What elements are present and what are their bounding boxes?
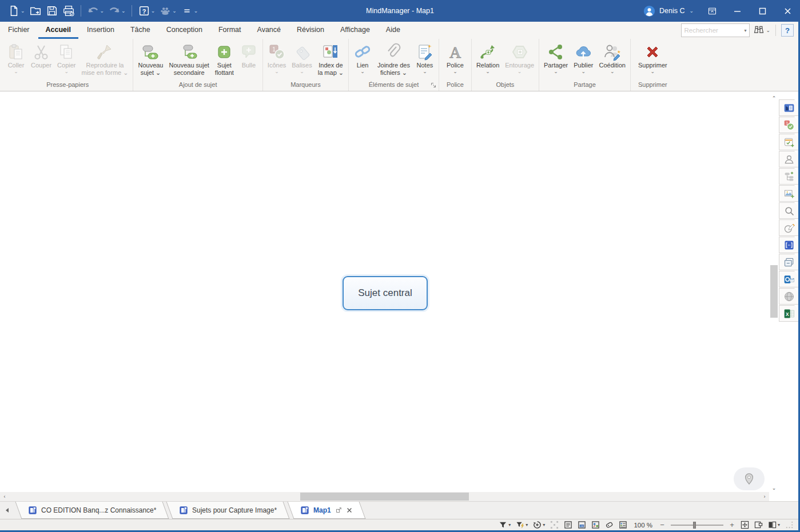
- central-topic[interactable]: Sujet central: [343, 276, 428, 310]
- task-pane-map-parts-pane[interactable]: [779, 168, 798, 185]
- floating-topic-icon: [215, 43, 233, 61]
- ribbon-button-police[interactable]: APolice⌄: [443, 41, 467, 74]
- ribbon-tab-revision[interactable]: Révision: [289, 22, 332, 39]
- document-tab-map1[interactable]: Map1: [287, 502, 365, 519]
- task-pane-maps-pane[interactable]: [779, 99, 798, 116]
- horizontal-scrollbar[interactable]: ‹ ›: [0, 492, 769, 501]
- vertical-scroll-thumb[interactable]: [770, 265, 778, 318]
- zoom-slider-thumb[interactable]: [693, 522, 696, 529]
- ribbon-button-nouveau-sujet[interactable]: Nouveau sujetsecondaire: [166, 41, 212, 77]
- ribbon-button-coedition[interactable]: Coédition⌄: [596, 41, 628, 74]
- popout-icon[interactable]: [335, 507, 341, 514]
- zoom-in-button[interactable]: +: [729, 521, 735, 529]
- excel-pane-icon: X: [783, 308, 795, 319]
- ribbon-button-joindre-des[interactable]: Joindre desfichiers ⌄: [375, 41, 413, 77]
- ribbon-button-index-de[interactable]: Index dela map ⌄: [315, 41, 347, 77]
- map-parts-pane-icon: [783, 171, 795, 182]
- maximize-button[interactable]: [750, 0, 775, 22]
- task-pane-markers-pane[interactable]: 1: [779, 117, 798, 133]
- scroll-down-button[interactable]: ⌄: [769, 483, 779, 493]
- ribbon-display-options-button[interactable]: [699, 0, 725, 22]
- ribbon-button-nouveau[interactable]: Nouveausujet ⌄: [135, 41, 166, 77]
- status-power-filter-button[interactable]: ▾: [516, 521, 528, 529]
- vertical-scrollbar[interactable]: ⌃ ⌄: [769, 94, 779, 493]
- ribbon-tab-insertion[interactable]: Insertion: [79, 22, 122, 39]
- task-pane-files-pane[interactable]: [779, 254, 798, 270]
- zoom-out-button[interactable]: −: [659, 521, 666, 529]
- new-subtopic-icon: [180, 43, 198, 61]
- find-button[interactable]: ⌄: [753, 25, 770, 36]
- scissors-icon: [32, 43, 50, 61]
- callout-icon: [240, 43, 258, 61]
- dialog-launcher-icon[interactable]: [430, 82, 437, 89]
- zoom-slider[interactable]: [671, 521, 723, 529]
- qat-save-button[interactable]: [44, 3, 60, 19]
- group-buttons: Nouveausujet ⌄Nouveau sujetsecondaireSuj…: [135, 39, 260, 81]
- horizontal-scroll-thumb[interactable]: [300, 493, 469, 501]
- task-pane-excel-pane[interactable]: X: [779, 305, 798, 322]
- status-tag-view-button[interactable]: [605, 521, 614, 529]
- locate-button[interactable]: [734, 467, 765, 490]
- status-quick-add-button[interactable]: ▾: [533, 521, 545, 529]
- close-icon: [783, 6, 793, 16]
- status-presentation-button[interactable]: [754, 521, 763, 529]
- ribbon-button-supprimer[interactable]: Supprimer⌄: [635, 41, 670, 74]
- status-notes-strip-button[interactable]: [564, 521, 572, 529]
- close-tab-icon[interactable]: [345, 507, 352, 514]
- ribbon-button-partager[interactable]: Partager⌄: [541, 41, 571, 74]
- task-pane-design-pane[interactable]: [779, 219, 798, 236]
- ribbon-tab-affichage[interactable]: Affichage: [333, 22, 377, 39]
- close-button[interactable]: [775, 0, 800, 22]
- ribbon-button-sujet[interactable]: Sujetflottant: [212, 41, 237, 77]
- ribbon-tab-avance[interactable]: Avancé: [250, 22, 288, 39]
- document-tab-co-edition-banq-z-connaissance[interactable]: CO EDITION Banq...z Connaissance*: [15, 502, 169, 519]
- doc-tab-scroll-left[interactable]: [0, 502, 15, 519]
- qat-help-book-button[interactable]: ?⌄: [136, 3, 157, 19]
- search-input[interactable]: [682, 27, 741, 34]
- doc-tab-icon: [179, 506, 188, 515]
- task-pane-outlook-pane[interactable]: [779, 271, 798, 287]
- status-markers-view-button[interactable]: [591, 521, 600, 529]
- task-pane-images-pane[interactable]: [779, 185, 798, 202]
- qat-print-button[interactable]: [61, 3, 77, 19]
- ribbon-button-relation[interactable]: Relation⌄: [473, 41, 502, 74]
- task-pane-contacts-pane[interactable]: [779, 151, 798, 167]
- ribbon-button-label: Copier⌄: [57, 62, 75, 74]
- help-button[interactable]: ?: [781, 24, 794, 37]
- task-pane-search-pane[interactable]: [779, 202, 798, 219]
- ribbon-tab-aide[interactable]: Aide: [379, 22, 408, 39]
- document-tab-label: Sujets pour Capture Image*: [192, 506, 277, 514]
- ribbon-tab-tache[interactable]: Tâche: [123, 22, 158, 39]
- outlook-pane-icon: [783, 274, 795, 285]
- status-legend-button[interactable]: [619, 521, 627, 529]
- ribbon-tab-format[interactable]: Format: [211, 22, 249, 39]
- ribbon-button-lien[interactable]: Lien⌄: [351, 41, 375, 74]
- task-pane-browser-pane[interactable]: [779, 288, 798, 305]
- task-pane-tasks-pane[interactable]: [779, 134, 798, 150]
- qat-new-document-button[interactable]: ⌄: [6, 3, 27, 19]
- delete-icon: [643, 43, 662, 61]
- status-fit-map-button[interactable]: [741, 521, 749, 529]
- ribbon-tab-accueil[interactable]: Accueil: [38, 22, 78, 39]
- status-schedule-view-button[interactable]: 24: [578, 521, 586, 529]
- scroll-up-button[interactable]: ⌃: [769, 94, 779, 103]
- task-pane-snap-pane[interactable]: [779, 237, 798, 253]
- qat-customize-qat-button[interactable]: ⌄: [179, 3, 200, 19]
- status-split-view-button[interactable]: ▾: [768, 521, 780, 529]
- ribbon-tab-conception[interactable]: Conception: [159, 22, 210, 39]
- ribbon-button-notes[interactable]: Notes⌄: [413, 41, 437, 74]
- ribbon-tab-fichier[interactable]: Fichier: [1, 22, 37, 39]
- chevron-down-icon: ⌄: [417, 69, 433, 74]
- ribbon-button-publier[interactable]: Publier⌄: [571, 41, 596, 74]
- document-tab-sujets-pour-capture-image[interactable]: Sujets pour Capture Image*: [166, 502, 290, 519]
- status-filter-button[interactable]: ▾: [499, 521, 511, 529]
- account-button[interactable]: Denis C ⌄: [638, 0, 699, 22]
- chevron-down-icon: ⌄: [21, 8, 25, 14]
- scroll-right-button[interactable]: ›: [760, 494, 769, 499]
- map-canvas[interactable]: Sujet central ⌃ ⌄ ‹ › 1X: [0, 92, 798, 501]
- chevron-down-icon[interactable]: ▾: [744, 28, 749, 33]
- minimize-button[interactable]: [725, 0, 750, 22]
- qat-open-folder-button[interactable]: [27, 3, 43, 19]
- scroll-left-button[interactable]: ‹: [0, 494, 9, 499]
- undo-icon: [87, 5, 99, 17]
